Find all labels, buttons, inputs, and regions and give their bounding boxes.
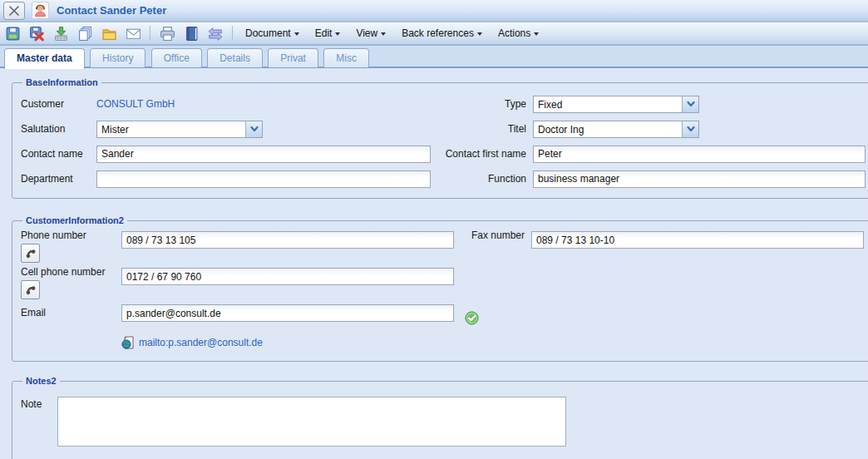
titel-dropdown-button[interactable] <box>682 121 698 137</box>
customer-label: Customer <box>21 98 96 110</box>
email-label: Email <box>21 303 121 318</box>
menu-view[interactable]: View <box>351 25 391 42</box>
chevron-down-icon <box>686 124 696 134</box>
tab-misc[interactable]: Misc <box>323 48 369 67</box>
row-note: Note <box>21 397 868 447</box>
tab-master-data[interactable]: Master data <box>4 48 85 69</box>
email-icon <box>126 26 141 42</box>
print-icon <box>160 26 175 42</box>
row-department-function: Department Function <box>21 166 868 191</box>
journal-icon <box>184 26 200 42</box>
phone-icon <box>24 284 37 296</box>
cell-phone-number-label: Cell phone number <box>21 266 105 278</box>
checkin-basket-icon <box>53 26 69 42</box>
window-titlebar: Contact Sander Peter <box>0 0 868 22</box>
menu-view-label: View <box>356 27 377 39</box>
type-selected-value: Fixed <box>534 96 682 112</box>
page-title: Contact Sander Peter <box>57 4 166 17</box>
contact-first-name-input[interactable] <box>533 146 866 163</box>
close-button[interactable] <box>3 2 25 20</box>
notes2-section: Notes2 Note <box>12 376 868 459</box>
salutation-label: Salutation <box>21 123 96 135</box>
salutation-select[interactable]: Mister <box>96 121 263 138</box>
contact-person-icon <box>32 2 49 19</box>
email-valid-icon <box>465 311 479 328</box>
note-label: Note <box>21 397 57 410</box>
customer-link[interactable]: CONSULT GmbH <box>96 98 175 110</box>
menu-document[interactable]: Document <box>240 25 304 42</box>
cell-phone-number-input[interactable] <box>121 268 454 285</box>
menu-actions[interactable]: Actions <box>493 25 544 42</box>
chevron-down-icon <box>335 32 340 36</box>
email-input[interactable] <box>121 304 454 322</box>
tab-bar: Master data History Office Details Priva… <box>0 46 868 68</box>
titel-selected-value: Doctor Ing <box>534 121 682 137</box>
delete-document-button[interactable] <box>27 24 46 42</box>
phone-number-input[interactable] <box>121 231 454 249</box>
titel-select[interactable]: Doctor Ing <box>533 121 699 138</box>
chevron-down-icon <box>477 32 482 36</box>
type-dropdown-button[interactable] <box>682 96 698 112</box>
menu-document-label: Document <box>245 27 291 39</box>
base-information-legend: BaseInformation <box>22 77 101 87</box>
save-icon <box>5 26 21 42</box>
note-textarea[interactable] <box>57 397 566 447</box>
open-folder-icon <box>101 26 117 42</box>
mailto-link[interactable]: mailto:p.sander@consult.de <box>139 337 263 348</box>
phone-icon <box>24 247 37 259</box>
save-button[interactable] <box>3 24 22 42</box>
toolbar-separator <box>232 26 233 41</box>
tab-history[interactable]: History <box>90 48 145 67</box>
close-icon <box>7 4 21 17</box>
type-select[interactable]: Fixed <box>533 96 699 113</box>
notes2-legend: Notes2 <box>22 376 60 386</box>
journal-button[interactable] <box>182 24 200 42</box>
contact-name-input[interactable] <box>96 146 431 163</box>
customer-information2-legend: CustomerInformation2 <box>22 215 127 225</box>
function-input[interactable] <box>533 170 866 188</box>
open-folder-button[interactable] <box>100 24 118 42</box>
customer-information2-section: CustomerInformation2 Phone number Fax nu… <box>12 215 868 362</box>
toolbar: Document Edit View Back references Actio… <box>0 22 868 46</box>
transfer-button[interactable] <box>206 24 224 42</box>
row-cell-phone: Cell phone number <box>21 266 868 303</box>
chevron-down-icon <box>686 99 696 109</box>
row-email: Email <box>21 303 868 329</box>
type-label: Type <box>437 98 533 110</box>
tab-details[interactable]: Details <box>207 48 263 67</box>
menu-edit[interactable]: Edit <box>310 25 346 42</box>
tab-privat[interactable]: Privat <box>268 48 318 67</box>
row-customer-type: Customer CONSULT GmbH Type Fixed <box>21 91 868 116</box>
menu-actions-label: Actions <box>498 27 530 39</box>
chevron-down-icon <box>381 32 386 36</box>
dial-cell-phone-button[interactable] <box>21 280 40 299</box>
row-phone-fax: Phone number Fax number <box>21 230 868 266</box>
master-data-panel: BaseInformation Customer CONSULT GmbH Ty… <box>0 77 868 459</box>
print-button[interactable] <box>158 24 176 42</box>
base-information-section: BaseInformation Customer CONSULT GmbH Ty… <box>12 77 868 199</box>
menu-back-references[interactable]: Back references <box>397 25 487 42</box>
row-salutation-titel: Salutation Mister Titel Doctor Ing <box>21 116 868 141</box>
copy-icon <box>77 26 93 42</box>
save-delete-icon <box>29 26 45 42</box>
chevron-down-icon <box>534 32 539 36</box>
mailto-web-icon <box>121 336 135 349</box>
department-label: Department <box>21 173 96 185</box>
mailto-row: mailto:p.sander@consult.de <box>121 336 868 349</box>
tab-office[interactable]: Office <box>151 48 202 67</box>
toolbar-separator <box>150 26 150 41</box>
copy-button[interactable] <box>76 24 94 42</box>
chevron-down-icon <box>294 32 299 36</box>
email-button[interactable] <box>124 24 142 42</box>
salutation-dropdown-button[interactable] <box>245 121 262 137</box>
function-label: Function <box>437 173 533 185</box>
salutation-selected-value: Mister <box>97 121 245 137</box>
department-input[interactable] <box>96 170 431 188</box>
phone-number-label: Phone number <box>21 230 86 241</box>
fax-number-input[interactable] <box>531 231 864 249</box>
contact-first-name-label: Contact first name <box>437 148 533 160</box>
dial-phone-button[interactable] <box>21 244 40 263</box>
menu-back-references-label: Back references <box>402 27 474 39</box>
checkin-basket-button[interactable] <box>52 24 70 42</box>
contact-name-label: Contact name <box>21 148 96 160</box>
